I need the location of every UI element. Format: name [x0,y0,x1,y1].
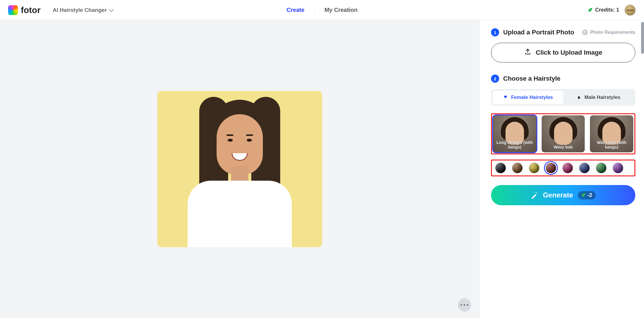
tool-selector-dropdown[interactable]: AI Hairstyle Changer [53,7,112,13]
step-1-header: 1 Upload a Portrait Photo ? Photo Requir… [491,28,635,36]
svg-point-0 [578,97,580,99]
generate-label: Generate [543,191,573,199]
generate-button[interactable]: Generate -2 [491,185,635,205]
hair-color-swatches [491,160,635,176]
portrait-eye [228,139,233,142]
svg-point-1 [536,192,537,193]
upload-button-label: Click to Upload Image [536,49,602,56]
svg-point-2 [537,194,538,194]
hair-color-swatch-auburn[interactable] [546,163,556,173]
dot-icon [464,304,465,306]
brand-name: fotor [21,5,40,15]
nav-create-link[interactable]: Create [287,7,305,13]
hairstyle-option-label: Wavy bob [545,145,582,149]
credits-label: Credits: 1 [595,7,619,13]
tab-male-label: Male Hairstyles [584,95,620,100]
main-area: 1 Upload a Portrait Photo ? Photo Requir… [0,20,644,318]
portrait-brow [226,134,233,136]
step-badge: 1 [491,28,499,36]
scrollbar[interactable] [641,22,644,54]
portrait-eye [247,139,252,142]
help-icon: ? [582,29,588,35]
side-panel: 1 Upload a Portrait Photo ? Photo Requir… [479,20,644,318]
top-nav: Create My Creation [287,6,358,14]
gender-tabs: Female Hairstyles Male Hairstyles [491,89,635,106]
hairstyle-thumb-face [554,122,573,145]
upload-image-button[interactable]: Click to Upload Image [491,43,635,62]
hairstyle-option[interactable]: Wavy bob [542,115,585,152]
chevron-down-icon [109,7,114,12]
tab-male-hairstyles[interactable]: Male Hairstyles [563,91,634,104]
tool-selector-label: AI Hairstyle Changer [53,7,107,13]
photo-requirements-label: Photo Requirements [590,30,635,35]
leaf-icon [588,8,593,13]
hairstyle-options-row: Long straight (with bangs) Wavy bob Wavy… [491,113,635,154]
canvas-area [0,20,479,318]
hairstyle-option[interactable]: Long straight (with bangs) [493,115,536,152]
portrait-preview[interactable] [157,91,322,247]
hairstyle-option[interactable]: Wavy bob (with bangs) [590,115,633,152]
step-badge: 2 [491,75,499,83]
generate-cost-value: -2 [588,192,592,198]
step-2-title: Choose a Hairstyle [503,75,560,82]
upload-icon [524,48,531,57]
dot-icon [467,304,468,306]
leaf-icon [581,193,586,197]
photo-requirements-link[interactable]: ? Photo Requirements [582,29,635,35]
fotor-logo-icon [8,5,18,15]
hair-color-swatch-magenta[interactable] [562,163,573,173]
female-icon [503,95,508,100]
credits-indicator[interactable]: Credits: 1 [588,7,619,13]
hair-color-swatch-black[interactable] [495,163,506,173]
portrait-face [217,114,263,175]
hair-color-swatch-brown[interactable] [512,163,523,173]
hairstyle-option-label: Wavy bob (with bangs) [593,140,630,149]
step-2-header: 2 Choose a Hairstyle [491,75,635,83]
generate-cost-pill: -2 [578,191,596,199]
nav-divider [314,6,315,14]
avatar-text: Hope [627,9,634,12]
magic-wand-icon [531,191,538,199]
hairstyle-option-label: Long straight (with bangs) [496,140,534,149]
header-bar: fotor AI Hairstyle Changer Create My Cre… [0,0,644,20]
hair-color-swatch-violet[interactable] [613,163,623,173]
user-avatar[interactable]: Hope [624,4,636,16]
brand-logo[interactable]: fotor [8,5,40,15]
male-icon [576,95,582,100]
dot-icon [460,304,462,306]
hair-color-swatch-green[interactable] [596,163,606,173]
step-1-title: Upload a Portrait Photo [503,29,574,36]
hair-color-swatch-navy[interactable] [579,163,590,173]
hair-color-swatch-olive[interactable] [529,163,539,173]
header-right: Credits: 1 Hope [588,4,636,16]
portrait-torso [188,181,292,247]
nav-mycreation-link[interactable]: My Creation [324,7,357,13]
tab-female-label: Female Hairstyles [511,95,553,100]
portrait-brow [246,134,253,136]
portrait-mouth [232,153,248,161]
svg-point-3 [535,192,536,193]
more-options-button[interactable] [458,298,471,312]
tab-female-hairstyles[interactable]: Female Hairstyles [493,91,563,104]
